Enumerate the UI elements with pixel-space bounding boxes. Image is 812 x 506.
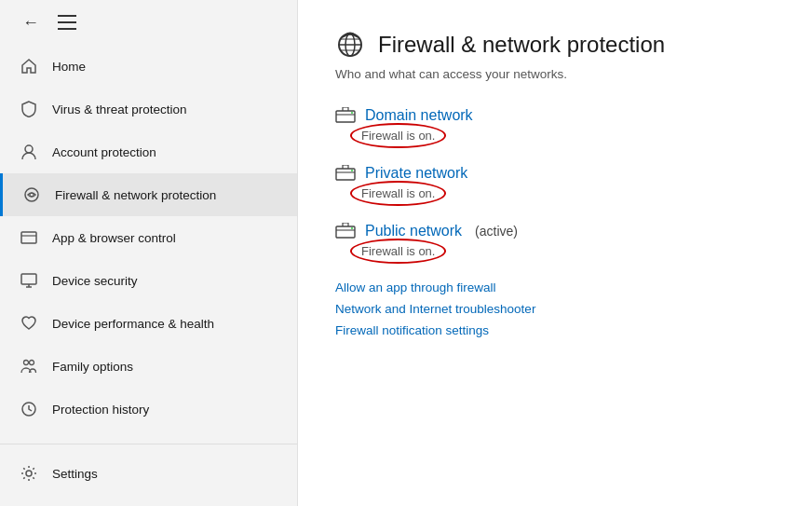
firewall-icon [21, 185, 42, 205]
links-section: Allow an app through firewall Network an… [335, 280, 775, 337]
sidebar-item-virus-label: Virus & threat protection [52, 103, 187, 116]
sidebar-item-device-health-label: Device performance & health [52, 317, 214, 331]
private-network-section: Private network Firewall is on. [335, 165, 775, 200]
sidebar-item-device-security-label: Device security [52, 274, 138, 288]
svg-rect-3 [21, 232, 36, 243]
domain-network-title: Domain network [335, 107, 775, 124]
public-network-link[interactable]: Public network [365, 223, 462, 239]
sidebar-item-home[interactable]: Home [0, 45, 297, 88]
public-network-icon [335, 223, 356, 239]
family-icon [19, 356, 39, 376]
sidebar-item-device-security[interactable]: Device security [0, 259, 297, 302]
heart-icon [19, 313, 39, 334]
svg-point-31 [351, 227, 353, 229]
shield-icon [19, 99, 39, 119]
browser-icon [19, 227, 39, 248]
private-network-status: Firewall is on. [361, 186, 435, 200]
sidebar-nav: Home Virus & threat protection Account p… [0, 45, 297, 444]
svg-point-19 [351, 112, 353, 114]
home-icon [19, 56, 39, 76]
back-button[interactable]: ← [15, 9, 47, 36]
settings-label: Settings [52, 467, 98, 481]
domain-network-status: Firewall is on. [361, 129, 435, 143]
domain-firewall-status: Firewall is on. [361, 129, 435, 143]
sidebar-item-firewall[interactable]: Firewall & network protection [0, 173, 297, 216]
sidebar-item-device-health[interactable]: Device performance & health [0, 302, 297, 345]
monitor-icon [19, 270, 39, 291]
notification-settings-link[interactable]: Firewall notification settings [335, 323, 775, 337]
private-network-icon [335, 165, 356, 182]
sidebar-item-virus[interactable]: Virus & threat protection [0, 88, 297, 130]
public-network-section: Public network (active) Firewall is on. [335, 223, 775, 258]
hamburger-icon[interactable] [58, 15, 76, 30]
private-network-title: Private network [335, 165, 775, 182]
svg-point-0 [25, 145, 33, 153]
sidebar-item-account[interactable]: Account protection [0, 130, 297, 173]
sidebar-item-family[interactable]: Family options [0, 345, 297, 388]
person-icon [19, 142, 39, 162]
clock-icon [19, 399, 39, 419]
sidebar: ← Home Virus & threat protection [0, 0, 298, 506]
public-network-title: Public network (active) [335, 223, 775, 239]
page-header: Firewall & network protection [335, 30, 775, 60]
svg-point-11 [26, 471, 32, 476]
page-subtitle: Who and what can access your networks. [335, 67, 775, 81]
svg-point-25 [351, 170, 353, 171]
sidebar-item-browser[interactable]: App & browser control [0, 216, 297, 259]
domain-network-section: Domain network Firewall is on. [335, 107, 775, 143]
troubleshooter-link[interactable]: Network and Internet troubleshooter [335, 302, 775, 316]
sidebar-item-account-label: Account protection [52, 145, 156, 159]
sidebar-top: ← [0, 0, 297, 45]
sidebar-item-home-label: Home [52, 60, 86, 74]
public-network-active-label: (active) [475, 224, 518, 239]
allow-app-link[interactable]: Allow an app through firewall [335, 280, 775, 294]
domain-network-icon [335, 107, 356, 124]
domain-network-link[interactable]: Domain network [365, 107, 473, 124]
main-content: Firewall & network protection Who and wh… [298, 0, 812, 506]
sidebar-item-family-label: Family options [52, 360, 133, 374]
page-title: Firewall & network protection [378, 32, 665, 58]
settings-icon [19, 463, 39, 484]
public-network-status: Firewall is on. [361, 244, 435, 258]
private-network-link[interactable]: Private network [365, 165, 467, 182]
sidebar-item-history-label: Protection history [52, 403, 149, 417]
sidebar-item-history[interactable]: Protection history [0, 388, 297, 431]
private-firewall-status: Firewall is on. [361, 186, 435, 200]
page-header-icon [335, 30, 365, 60]
svg-point-8 [24, 361, 29, 365]
svg-point-9 [30, 361, 34, 365]
sidebar-item-browser-label: App & browser control [52, 231, 176, 245]
public-firewall-status: Firewall is on. [361, 244, 435, 258]
svg-rect-5 [21, 274, 36, 284]
sidebar-item-firewall-label: Firewall & network protection [55, 188, 216, 202]
settings-item[interactable]: Settings [19, 456, 278, 491]
sidebar-bottom: Settings [0, 444, 297, 506]
